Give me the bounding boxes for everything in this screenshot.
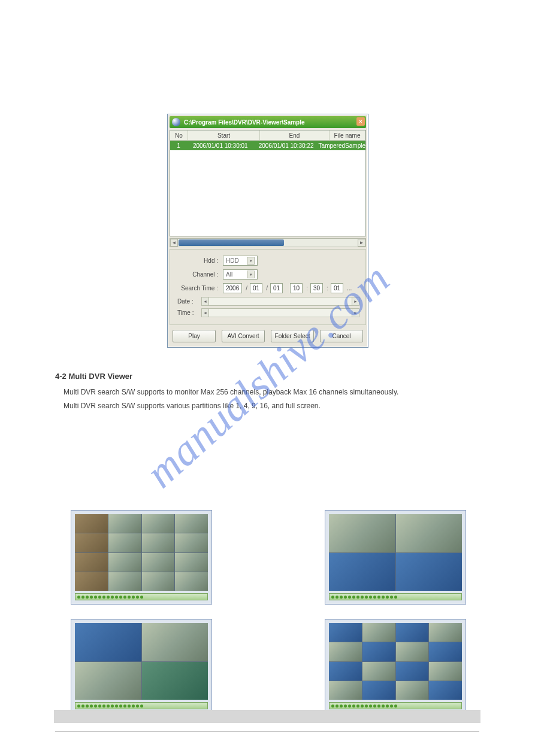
slash-2: / [266, 285, 268, 292]
sec-field[interactable]: 01 [331, 283, 343, 293]
hdd-value: HDD [226, 257, 239, 264]
hdd-label: Hdd : [176, 257, 223, 264]
hour-field[interactable]: 10 [290, 283, 303, 293]
footer-rule [55, 731, 479, 732]
app-icon [172, 118, 180, 126]
slider-left-icon[interactable]: ◄ [202, 309, 209, 317]
section-text: 4-2 Multi DVR Viewer Multi DVR search S/… [55, 371, 480, 415]
scroll-thumb[interactable] [179, 239, 284, 246]
scroll-left-icon[interactable]: ◄ [170, 239, 178, 247]
file-list[interactable]: No Start End File name 1 2006/01/01 10:3… [170, 130, 366, 236]
month-field[interactable]: 01 [250, 283, 262, 293]
col-start: Start [188, 130, 260, 140]
year-field[interactable]: 2006 [223, 283, 242, 293]
folder-select-button[interactable]: Folder Select [271, 330, 314, 342]
channel-label: Channel : [176, 271, 223, 278]
hdd-select[interactable]: HDD ▾ [223, 256, 258, 266]
play-button[interactable]: Play [173, 330, 216, 342]
dialog-titlebar: C:\Program Files\DVR\DVR-Viewer\Sample × [170, 116, 366, 128]
chevron-down-icon: ▾ [247, 271, 255, 278]
channel-value: All [226, 271, 232, 278]
cell-no: 1 [170, 141, 187, 150]
scroll-right-icon[interactable]: ► [358, 239, 365, 247]
close-icon[interactable]: × [356, 117, 365, 126]
list-header: No Start End File name [170, 130, 365, 141]
section-heading: 4-2 Multi DVR Viewer [55, 371, 480, 382]
col-file: File name [330, 130, 365, 140]
screenshot-thumbnails [71, 510, 466, 728]
list-hscroll[interactable]: ◄ ► [170, 238, 366, 247]
dialog-button-row: Play AVI Convert Folder Select Cancel [168, 326, 368, 347]
time-slider[interactable]: ◄ ► [201, 308, 359, 317]
section-p2: Multi DVR search S/W supports various pa… [64, 401, 480, 411]
slider-left-icon[interactable]: ◄ [202, 297, 209, 305]
slider-right-icon[interactable]: ► [352, 297, 359, 305]
date-slider[interactable]: ◄ ► [201, 297, 359, 306]
thumbnail-4 [325, 619, 466, 714]
file-search-dialog: C:\Program Files\DVR\DVR-Viewer\Sample ×… [167, 114, 368, 348]
list-row[interactable]: 1 2006/01/01 10:30:01 2006/01/01 10:30:2… [170, 141, 365, 150]
col-end: End [260, 130, 330, 140]
slash-1: / [246, 285, 247, 292]
col-no: No [170, 130, 188, 140]
more-button[interactable]: ... [347, 285, 352, 292]
thumbnail-1 [71, 510, 212, 605]
footer-grey-bar [54, 710, 480, 723]
time-label: Time : [176, 309, 201, 316]
thumbnail-3 [71, 619, 212, 714]
colon-1: : [306, 285, 308, 292]
avi-convert-button[interactable]: AVI Convert [222, 330, 265, 342]
channel-select[interactable]: All ▾ [223, 269, 258, 280]
cell-start: 2006/01/01 10:30:01 [187, 141, 254, 150]
dialog-title: C:\Program Files\DVR\DVR-Viewer\Sample [184, 119, 305, 126]
searchtime-label: Search Time : [176, 285, 223, 292]
day-field[interactable]: 01 [270, 283, 283, 293]
cell-file: TamperedSample [319, 141, 365, 150]
search-panel: Hdd : HDD ▾ Channel : All ▾ Search Time … [170, 249, 366, 325]
section-p1: Multi DVR search S/W supports to monitor… [64, 387, 480, 397]
min-field[interactable]: 30 [310, 283, 323, 293]
chevron-down-icon: ▾ [247, 257, 255, 265]
colon-2: : [327, 285, 328, 292]
cancel-button[interactable]: Cancel [320, 330, 363, 342]
thumbnail-2 [325, 510, 466, 605]
date-label: Date : [176, 298, 201, 305]
cell-end: 2006/01/01 10:30:22 [254, 141, 319, 150]
slider-right-icon[interactable]: ► [352, 309, 359, 317]
